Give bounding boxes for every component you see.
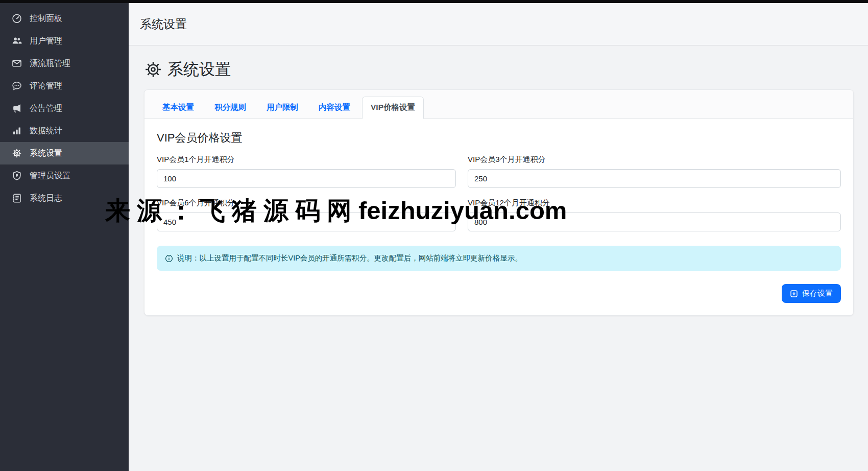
sidebar-item-bottles[interactable]: 漂流瓶管理 xyxy=(0,52,129,75)
save-settings-label: 保存设置 xyxy=(802,289,833,298)
vip-3-month-label: VIP会员3个月开通积分 xyxy=(468,155,841,164)
tab-user-limits[interactable]: 用户限制 xyxy=(258,97,307,119)
tab-content-settings[interactable]: 内容设置 xyxy=(310,97,359,119)
page-heading: 系统设置 xyxy=(129,45,868,80)
sidebar-item-comments[interactable]: 评论管理 xyxy=(0,75,129,97)
sidebar-item-stats[interactable]: 数据统计 xyxy=(0,120,129,142)
vip-6-month-input[interactable] xyxy=(157,213,456,231)
tab-panel-vip-price: VIP会员价格设置 VIP会员1个月开通积分 VIP会员3个月开通积分 VIP会… xyxy=(144,119,853,315)
speedometer-icon xyxy=(11,13,22,24)
sidebar-item-admin[interactable]: 管理员设置 xyxy=(0,164,129,187)
vip-1-month-label: VIP会员1个月开通积分 xyxy=(157,155,456,164)
vip-1-month-input[interactable] xyxy=(157,169,456,188)
envelope-icon xyxy=(11,58,22,69)
sidebar-item-users[interactable]: 用户管理 xyxy=(0,30,129,52)
sidebar-item-dashboard[interactable]: 控制面板 xyxy=(0,7,129,30)
save-settings-button[interactable]: 保存设置 xyxy=(782,284,841,303)
field-vip-1-month: VIP会员1个月开通积分 xyxy=(157,155,456,188)
topbar: 系统设置 xyxy=(129,0,868,45)
sidebar-item-label: 漂流瓶管理 xyxy=(30,58,70,69)
gear-icon xyxy=(11,148,22,159)
vip-3-month-input[interactable] xyxy=(468,169,841,188)
tab-basic-settings[interactable]: 基本设置 xyxy=(154,97,203,119)
gear-icon xyxy=(144,60,162,79)
info-circle-icon xyxy=(165,254,173,263)
tab-bar: 基本设置 积分规则 用户限制 内容设置 VIP价格设置 xyxy=(144,90,853,119)
comment-icon xyxy=(11,81,22,91)
users-icon xyxy=(11,36,22,46)
sidebar-item-label: 数据统计 xyxy=(30,126,62,136)
info-alert-text: 说明：以上设置用于配置不同时长VIP会员的开通所需积分。更改配置后，网站前端将立… xyxy=(177,253,522,263)
save-icon xyxy=(790,290,798,298)
field-vip-12-month: VIP会员12个月开通积分 xyxy=(468,198,841,231)
sidebar-item-label: 评论管理 xyxy=(30,81,62,91)
sidebar: 控制面板 用户管理 漂流瓶管理 评论管理 公告管理 xyxy=(0,0,129,471)
vip-12-month-label: VIP会员12个月开通积分 xyxy=(468,198,841,208)
section-title: VIP会员价格设置 xyxy=(157,130,841,146)
tab-vip-price-settings[interactable]: VIP价格设置 xyxy=(362,97,424,119)
main-content: 系统设置 系统设置 基本设置 积分规则 用户限制 内容设置 VIP价格设置 VI… xyxy=(129,0,868,471)
field-vip-6-month: VIP会员6个月开通积分 xyxy=(157,198,456,231)
top-strip xyxy=(0,0,868,3)
sidebar-item-label: 管理员设置 xyxy=(30,171,70,181)
sidebar-item-logs[interactable]: 系统日志 xyxy=(0,187,129,209)
sidebar-item-label: 用户管理 xyxy=(30,36,62,46)
app-root: 控制面板 用户管理 漂流瓶管理 评论管理 公告管理 xyxy=(0,0,868,471)
topbar-title: 系统设置 xyxy=(140,16,187,32)
vip-12-month-input[interactable] xyxy=(468,213,841,231)
card-actions: 保存设置 xyxy=(157,284,841,303)
journal-icon xyxy=(11,193,22,204)
vip-price-form: VIP会员1个月开通积分 VIP会员3个月开通积分 VIP会员6个月开通积分 V… xyxy=(157,155,841,231)
sidebar-item-label: 系统日志 xyxy=(30,193,62,204)
sidebar-item-settings[interactable]: 系统设置 xyxy=(0,142,129,164)
shield-icon xyxy=(11,171,22,181)
sidebar-item-label: 系统设置 xyxy=(30,148,62,159)
megaphone-icon xyxy=(11,103,22,114)
bar-chart-icon xyxy=(11,126,22,136)
tab-points-rules[interactable]: 积分规则 xyxy=(206,97,255,119)
vip-6-month-label: VIP会员6个月开通积分 xyxy=(157,198,456,208)
field-vip-3-month: VIP会员3个月开通积分 xyxy=(468,155,841,188)
info-alert: 说明：以上设置用于配置不同时长VIP会员的开通所需积分。更改配置后，网站前端将立… xyxy=(157,246,841,271)
settings-card: 基本设置 积分规则 用户限制 内容设置 VIP价格设置 VIP会员价格设置 VI… xyxy=(144,89,854,316)
sidebar-item-label: 控制面板 xyxy=(30,13,62,24)
sidebar-item-label: 公告管理 xyxy=(30,103,62,114)
page-title: 系统设置 xyxy=(167,59,231,80)
sidebar-item-announcements[interactable]: 公告管理 xyxy=(0,97,129,120)
